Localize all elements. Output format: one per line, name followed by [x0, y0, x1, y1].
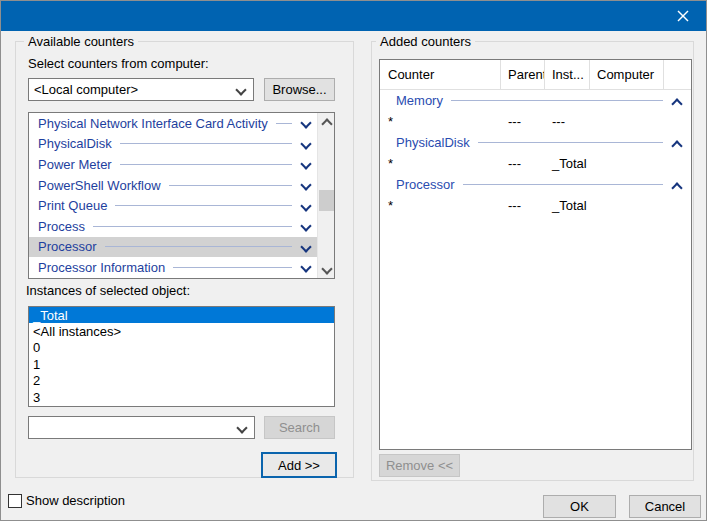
add-counters-dialog: Available counters Select counters from …	[0, 0, 707, 521]
instance-item[interactable]: 2	[29, 373, 334, 389]
counter-item[interactable]: Power Meter	[29, 154, 334, 175]
chevron-down-icon	[235, 85, 245, 95]
table-row[interactable]: * --- _Total	[380, 153, 691, 174]
add-button[interactable]: Add >>	[261, 452, 337, 478]
chevron-down-icon[interactable]	[300, 139, 310, 149]
chevron-down-icon[interactable]	[300, 262, 310, 272]
table-row[interactable]: * --- _Total	[380, 195, 691, 216]
chevron-down-icon[interactable]	[300, 180, 310, 190]
close-icon	[677, 10, 689, 22]
counter-item[interactable]: Process	[29, 216, 334, 237]
instance-item[interactable]: <All instances>	[29, 323, 334, 339]
show-description-checkbox[interactable]	[8, 494, 22, 508]
cancel-button[interactable]: Cancel	[629, 495, 701, 518]
available-counters-group: Available counters Select counters from …	[15, 41, 354, 478]
chevron-down-icon	[236, 423, 246, 433]
chevron-down-icon[interactable]	[300, 118, 310, 128]
instance-list: _Total <All instances> 0 1 2 3	[28, 306, 335, 407]
added-counters-group: Added counters Counter Parent Inst... Co…	[371, 41, 694, 481]
instance-item[interactable]: 0	[29, 340, 334, 356]
chevron-up-icon[interactable]	[671, 180, 681, 190]
table-header: Counter Parent Inst... Computer	[380, 60, 691, 90]
close-button[interactable]	[660, 1, 706, 31]
table-row[interactable]: * --- ---	[380, 111, 691, 132]
show-description-label: Show description	[26, 493, 125, 508]
instance-item[interactable]: 3	[29, 389, 334, 405]
chevron-down-icon[interactable]	[300, 221, 310, 231]
available-counters-label: Available counters	[24, 34, 138, 49]
chevron-down-icon[interactable]	[300, 159, 310, 169]
instance-item-selected[interactable]: _Total	[29, 307, 334, 323]
column-computer[interactable]: Computer	[590, 60, 664, 89]
remove-button[interactable]: Remove <<	[379, 454, 460, 477]
instances-label: Instances of selected object:	[26, 283, 190, 298]
counter-item[interactable]: Print Queue	[29, 195, 334, 216]
counter-item[interactable]: Processor Information	[29, 257, 334, 278]
scrollbar[interactable]	[317, 113, 334, 278]
added-counters-table: Counter Parent Inst... Computer Memory *…	[379, 59, 692, 450]
counter-item[interactable]: PhysicalDisk	[29, 134, 334, 155]
counter-item[interactable]: PowerShell Workflow	[29, 175, 334, 196]
counter-group-row[interactable]: Processor	[380, 174, 691, 195]
column-parent[interactable]: Parent	[501, 60, 545, 89]
chevron-up-icon[interactable]	[671, 138, 681, 148]
select-computer-label: Select counters from computer:	[28, 56, 209, 71]
instance-item[interactable]: 1	[29, 356, 334, 372]
ok-button[interactable]: OK	[543, 495, 616, 518]
scrollbar-thumb[interactable]	[319, 190, 334, 211]
computer-combo[interactable]: <Local computer>	[28, 78, 254, 101]
counter-item-selected[interactable]: Processor	[29, 237, 334, 258]
column-instance[interactable]: Inst...	[545, 60, 590, 89]
chevron-down-icon[interactable]	[300, 201, 310, 211]
column-counter[interactable]: Counter	[380, 60, 501, 89]
counter-list: Physical Network Interface Card Activity…	[28, 112, 335, 279]
search-button[interactable]: Search	[264, 416, 335, 439]
browse-button[interactable]: Browse...	[264, 78, 335, 101]
titlebar	[1, 1, 706, 31]
added-counters-label: Added counters	[376, 34, 475, 49]
counter-item[interactable]: Physical Network Interface Card Activity	[29, 113, 334, 134]
chevron-up-icon[interactable]	[671, 96, 681, 106]
chevron-down-icon[interactable]	[300, 242, 310, 252]
scroll-down-icon[interactable]	[321, 264, 332, 275]
scroll-up-icon[interactable]	[321, 116, 332, 127]
search-combo[interactable]	[28, 416, 255, 439]
computer-combo-value: <Local computer>	[29, 82, 235, 97]
counter-group-row[interactable]: Memory	[380, 90, 691, 111]
counter-group-row[interactable]: PhysicalDisk	[380, 132, 691, 153]
